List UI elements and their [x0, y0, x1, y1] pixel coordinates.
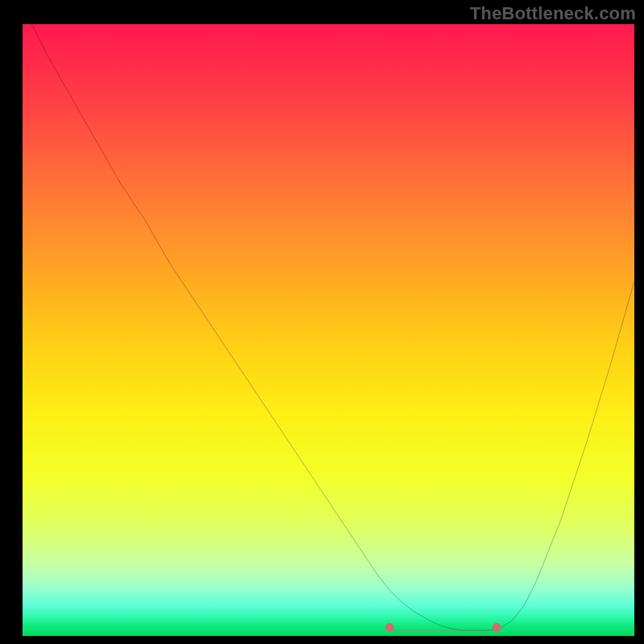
optimal-range-marker [386, 623, 394, 632]
bottleneck-curve [23, 24, 634, 630]
chart-frame: TheBottleneck.com [0, 0, 644, 644]
optimal-range-marker [493, 623, 502, 632]
chart-curve-layer [23, 24, 634, 636]
watermark-text: TheBottleneck.com [470, 3, 636, 24]
chart-plot-area [23, 24, 634, 636]
